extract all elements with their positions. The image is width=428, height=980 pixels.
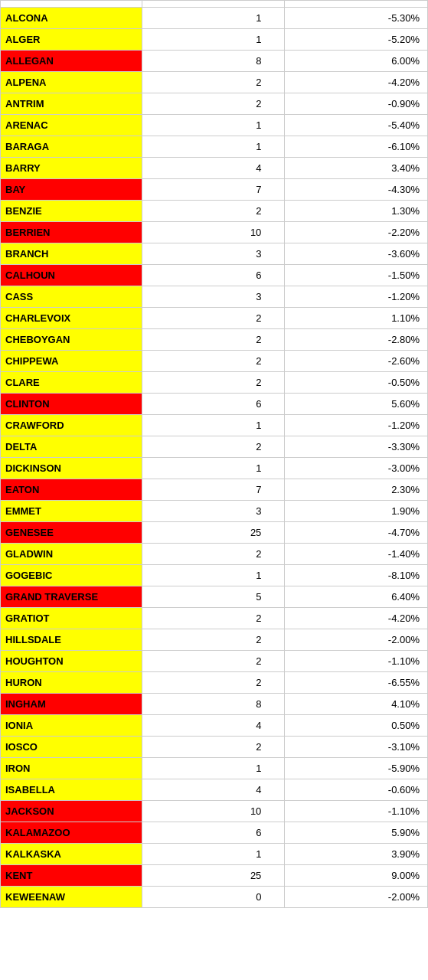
county-name: IRON bbox=[1, 758, 142, 779]
table-row: ALPENA2-4.20% bbox=[1, 72, 428, 93]
county-name: EMMET bbox=[1, 501, 142, 522]
table-row: JACKSON10-1.10% bbox=[1, 801, 428, 822]
excess-dem-value: 1 bbox=[142, 415, 285, 436]
table-row: CHIPPEWA2-2.60% bbox=[1, 351, 428, 372]
pop-growth-value: -2.20% bbox=[285, 222, 428, 243]
pop-growth-value: -1.50% bbox=[285, 265, 428, 286]
table-row: GRAND TRAVERSE56.40% bbox=[1, 586, 428, 608]
pop-growth-value: -1.10% bbox=[285, 801, 428, 822]
excess-dem-value: 2 bbox=[142, 201, 285, 222]
county-name: CLARE bbox=[1, 372, 142, 394]
pop-growth-value: 1.30% bbox=[285, 201, 428, 222]
pop-growth-value: 3.90% bbox=[285, 844, 428, 865]
pop-growth-value: -3.60% bbox=[285, 243, 428, 265]
pop-growth-value: 1.10% bbox=[285, 308, 428, 329]
pop-growth-value: -5.30% bbox=[285, 8, 428, 29]
table-row: DELTA2-3.30% bbox=[1, 436, 428, 458]
table-row: ISABELLA4-0.60% bbox=[1, 779, 428, 801]
pop-growth-value: -1.10% bbox=[285, 651, 428, 672]
pop-growth-value: -0.50% bbox=[285, 372, 428, 394]
pop-growth-value: 5.60% bbox=[285, 394, 428, 415]
excess-dem-value: 2 bbox=[142, 72, 285, 93]
pop-growth-value: -6.10% bbox=[285, 136, 428, 158]
county-name: BARAGA bbox=[1, 136, 142, 158]
pop-growth-value: 9.00% bbox=[285, 865, 428, 887]
table-row: ALLEGAN86.00% bbox=[1, 51, 428, 72]
table-row: BRANCH3-3.60% bbox=[1, 243, 428, 265]
county-name: KALAMAZOO bbox=[1, 822, 142, 844]
pop-growth-value: -3.30% bbox=[285, 436, 428, 458]
excess-dem-value: 2 bbox=[142, 329, 285, 351]
excess-dem-value: 7 bbox=[142, 479, 285, 501]
pop-growth-value: -2.80% bbox=[285, 329, 428, 351]
pop-growth-value: -4.30% bbox=[285, 179, 428, 201]
header-county bbox=[1, 1, 142, 8]
county-name: HURON bbox=[1, 672, 142, 694]
excess-dem-value: 8 bbox=[142, 51, 285, 72]
table-row: CALHOUN6-1.50% bbox=[1, 265, 428, 286]
pop-growth-value: -3.00% bbox=[285, 458, 428, 479]
pop-growth-value: 6.00% bbox=[285, 51, 428, 72]
county-name: DELTA bbox=[1, 436, 142, 458]
excess-dem-value: 6 bbox=[142, 265, 285, 286]
excess-dem-value: 10 bbox=[142, 801, 285, 822]
county-name: HOUGHTON bbox=[1, 651, 142, 672]
table-row: BENZIE21.30% bbox=[1, 201, 428, 222]
table-row: CHARLEVOIX21.10% bbox=[1, 308, 428, 329]
county-name: JACKSON bbox=[1, 801, 142, 822]
excess-dem-value: 0 bbox=[142, 887, 285, 908]
excess-dem-value: 2 bbox=[142, 436, 285, 458]
table-row: INGHAM84.10% bbox=[1, 694, 428, 715]
header-excess-dem bbox=[142, 1, 285, 8]
excess-dem-value: 2 bbox=[142, 672, 285, 694]
table-row: ALCONA1-5.30% bbox=[1, 8, 428, 29]
pop-growth-value: -5.90% bbox=[285, 758, 428, 779]
excess-dem-value: 25 bbox=[142, 522, 285, 544]
excess-dem-value: 6 bbox=[142, 394, 285, 415]
data-table: ALCONA1-5.30%ALGER1-5.20%ALLEGAN86.00%AL… bbox=[0, 0, 428, 908]
table-row: IONIA40.50% bbox=[1, 715, 428, 737]
county-name: CLINTON bbox=[1, 394, 142, 415]
table-row: BARAGA1-6.10% bbox=[1, 136, 428, 158]
pop-growth-value: -1.40% bbox=[285, 544, 428, 565]
pop-growth-value: -4.20% bbox=[285, 72, 428, 93]
excess-dem-value: 5 bbox=[142, 586, 285, 608]
table-row: EATON72.30% bbox=[1, 479, 428, 501]
pop-growth-value: -4.70% bbox=[285, 522, 428, 544]
excess-dem-value: 25 bbox=[142, 865, 285, 887]
table-row: CHEBOYGAN2-2.80% bbox=[1, 329, 428, 351]
table-row: KEWEENAW0-2.00% bbox=[1, 887, 428, 908]
county-name: ANTRIM bbox=[1, 93, 142, 115]
county-name: BRANCH bbox=[1, 243, 142, 265]
table-row: HILLSDALE2-2.00% bbox=[1, 629, 428, 651]
county-name: CRAWFORD bbox=[1, 415, 142, 436]
county-name: BAY bbox=[1, 179, 142, 201]
excess-dem-value: 2 bbox=[142, 308, 285, 329]
table-row: ANTRIM2-0.90% bbox=[1, 93, 428, 115]
table-row: BERRIEN10-2.20% bbox=[1, 222, 428, 243]
pop-growth-value: -2.00% bbox=[285, 629, 428, 651]
table-row: CLARE2-0.50% bbox=[1, 372, 428, 394]
excess-dem-value: 3 bbox=[142, 501, 285, 522]
table-row: GRATIOT2-4.20% bbox=[1, 608, 428, 629]
pop-growth-value: -1.20% bbox=[285, 286, 428, 308]
pop-growth-value: 0.50% bbox=[285, 715, 428, 737]
excess-dem-value: 7 bbox=[142, 179, 285, 201]
excess-dem-value: 1 bbox=[142, 29, 285, 51]
county-name: BERRIEN bbox=[1, 222, 142, 243]
pop-growth-value: -6.55% bbox=[285, 672, 428, 694]
county-name: KALKASKA bbox=[1, 844, 142, 865]
excess-dem-value: 1 bbox=[142, 115, 285, 136]
county-name: EATON bbox=[1, 479, 142, 501]
county-name: ISABELLA bbox=[1, 779, 142, 801]
excess-dem-value: 10 bbox=[142, 222, 285, 243]
table-row: GOGEBIC1-8.10% bbox=[1, 565, 428, 586]
county-name: GRAND TRAVERSE bbox=[1, 586, 142, 608]
excess-dem-value: 2 bbox=[142, 351, 285, 372]
table-row: HOUGHTON2-1.10% bbox=[1, 651, 428, 672]
excess-dem-value: 4 bbox=[142, 779, 285, 801]
county-name: ALCONA bbox=[1, 8, 142, 29]
county-name: GENESEE bbox=[1, 522, 142, 544]
excess-dem-value: 6 bbox=[142, 822, 285, 844]
county-name: KENT bbox=[1, 865, 142, 887]
